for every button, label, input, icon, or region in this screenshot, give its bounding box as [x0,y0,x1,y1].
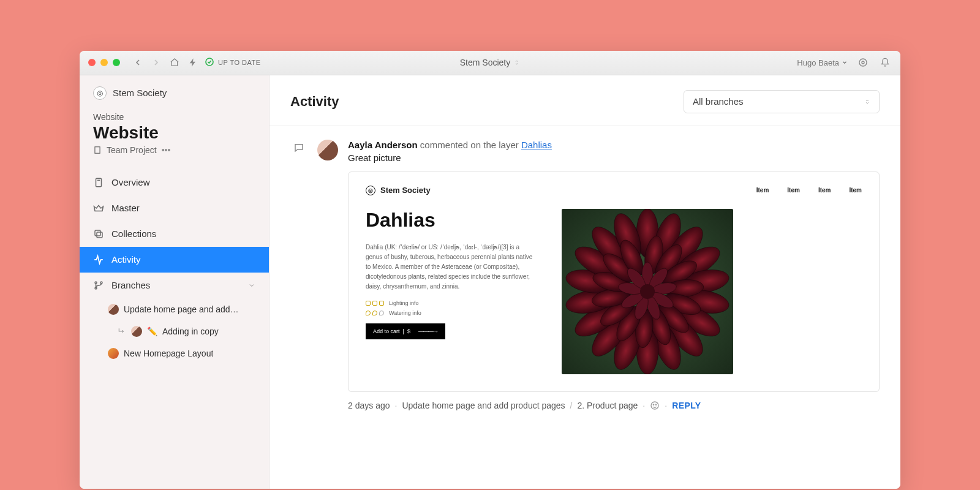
branch-label: New Homepage Layout [124,349,213,358]
svg-rect-8 [96,178,102,187]
action-text: commented on the layer [420,140,519,150]
branch-item[interactable]: Update home page and add… [87,298,269,320]
lighting-info: Lighting info [366,300,537,306]
svg-point-57 [640,284,655,299]
branch-item[interactable]: New Homepage Layout [87,342,269,364]
activity-meta: 2 days ago · Update home page and add pr… [348,401,880,410]
layer-preview[interactable]: ◎ Stem Society Item Item Item Item [348,172,880,392]
branch-filter-select[interactable]: All branches [684,90,880,113]
sidebar-item-collections[interactable]: Collections [80,221,269,247]
comment-icon [290,140,307,410]
main-title: Activity [290,94,339,110]
minimize-window-button[interactable] [100,59,108,66]
main-panel: Activity All branches Aayla Anderson co [270,75,900,489]
activity-headline: Aayla Anderson commented on the layer Da… [348,140,880,150]
sidebar-item-label: Collections [111,228,156,239]
branch-label: Update home page and add… [124,304,239,314]
reply-button[interactable]: REPLY [672,401,701,410]
svg-point-2 [862,61,864,64]
window-controls [88,59,120,66]
filter-label: All branches [693,96,744,107]
building-icon [93,146,102,154]
breadcrumb: Website [80,108,269,122]
nav-item: Item [849,187,862,194]
page-title: Website [80,122,269,145]
svg-point-58 [651,402,658,409]
activity-icon [93,254,104,265]
avatar [131,326,142,337]
svg-point-14 [100,282,102,284]
crown-icon [93,203,104,214]
watering-label: Watering info [389,310,421,316]
sidebar-item-label: Overview [111,177,150,187]
sidebar-item-branches[interactable]: Branches [80,273,269,298]
preview-brand: ◎ Stem Society [366,186,431,195]
product-description: Dahlia (UK: /ˈdeɪliə/ or US: /ˈdeɪljə, ˈ… [366,243,537,292]
user-menu[interactable]: Hugo Baeta [797,58,848,67]
sub-branch-icon [118,327,126,336]
nav-item: Item [756,187,769,194]
forward-button[interactable] [149,56,163,69]
watering-info: Watering info [366,310,537,316]
timestamp: 2 days ago [348,401,390,410]
sidebar-item-master[interactable]: Master [80,195,269,221]
back-button[interactable] [131,56,145,69]
updown-icon [864,97,870,106]
svg-rect-3 [95,146,100,153]
close-window-button[interactable] [88,59,96,66]
svg-point-59 [654,404,654,405]
svg-point-13 [95,287,97,289]
page-name[interactable]: 2. Product page [578,401,638,410]
copy-icon [93,228,104,239]
project-switcher[interactable]: Stem Society [460,58,520,67]
avatar [317,140,338,160]
org-name: Stem Society [113,88,167,98]
emoji-icon: ✏️ [147,326,157,336]
more-icon[interactable]: ••• [162,145,171,155]
svg-rect-10 [97,232,102,238]
chevron-down-icon [248,282,255,289]
add-to-cart-button: Add to cart | $ ———→ [366,323,445,339]
sync-status: UP TO DATE [205,57,261,68]
sidebar-item-activity[interactable]: Activity [80,247,269,273]
sidebar-item-overview[interactable]: Overview [80,170,269,195]
maximize-window-button[interactable] [113,59,120,66]
activity-item: Aayla Anderson commented on the layer Da… [290,140,880,410]
home-button[interactable] [168,56,181,69]
svg-point-1 [859,59,867,66]
branch-item[interactable]: ✏️ Adding in copy [87,320,269,342]
sidebar-item-label: Activity [111,254,141,265]
cart-price: $ [407,328,410,334]
project-title: Stem Society [460,58,510,67]
nav-item: Item [818,187,831,194]
sun-icon [366,301,384,306]
document-icon [93,177,104,188]
cart-label: Add to cart [373,328,400,334]
help-button[interactable] [856,56,870,69]
emoji-react-icon[interactable] [650,401,660,410]
sync-button[interactable] [186,56,200,69]
branch-name[interactable]: Update home page and add product pages [402,401,565,410]
project-kind-label: Team Project [107,145,157,155]
comment-body: Great picture [348,153,880,163]
brand-name: Stem Society [380,186,431,195]
layer-link[interactable]: Dahlias [521,140,552,150]
chevron-down-icon [842,59,848,66]
check-circle-icon [205,57,214,68]
org-logo-icon: ◎ [93,86,107,100]
app-window: UP TO DATE Stem Society Hugo Baeta ◎ Ste… [80,51,900,489]
sync-status-label: UP TO DATE [218,59,261,66]
svg-point-60 [656,404,657,405]
branch-icon [93,280,104,291]
lighting-label: Lighting info [389,300,419,306]
nav-item: Item [787,187,800,194]
arrow-right-icon: ———→ [418,328,438,334]
svg-rect-11 [95,230,100,236]
preview-nav: Item Item Item Item [756,187,862,194]
user-name: Hugo Baeta [797,58,839,67]
product-title: Dahlias [366,209,537,232]
project-kind[interactable]: Team Project ••• [80,145,269,166]
svg-point-12 [95,282,97,284]
avatar [108,348,119,359]
notifications-button[interactable] [878,56,892,69]
